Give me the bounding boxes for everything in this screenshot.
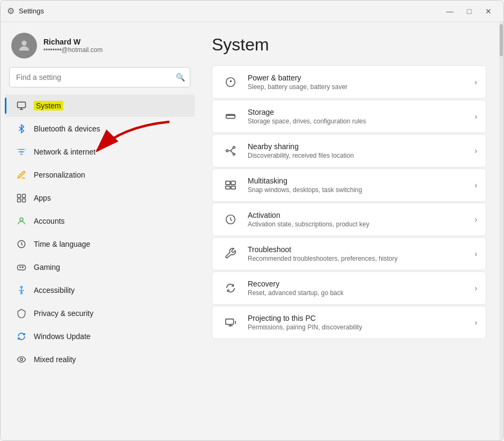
- mixed-reality-icon: [16, 354, 27, 365]
- settings-item-recovery[interactable]: RecoveryReset, advanced startup, go back…: [212, 271, 486, 305]
- nav-label-privacy: Privacy & security: [34, 309, 93, 318]
- sidebar-item-accessibility[interactable]: Accessibility: [5, 279, 195, 302]
- troubleshoot-subtitle: Recommended troubleshooters, preferences…: [248, 255, 475, 262]
- titlebar-left: ⚙ Settings: [7, 6, 44, 16]
- nearby-sharing-subtitle: Discoverability, received files location: [248, 152, 475, 159]
- settings-item-activation[interactable]: ActivationActivation state, subscription…: [212, 203, 486, 236]
- activation-chevron-icon: ›: [475, 215, 477, 224]
- svg-rect-5: [18, 199, 21, 202]
- sidebar-item-personalization[interactable]: Personalization: [5, 164, 195, 186]
- svg-point-2: [21, 151, 22, 152]
- multitasking-subtitle: Snap windows, desktops, task switching: [248, 186, 475, 194]
- activation-title: Activation: [248, 211, 475, 219]
- sidebar-item-network[interactable]: Network & internet: [5, 141, 195, 163]
- svg-rect-19: [226, 186, 230, 189]
- page-title: System: [212, 35, 486, 55]
- nav-list: SystemBluetooth & devicesNetwork & inter…: [1, 94, 199, 371]
- multitasking-text: MultitaskingSnap windows, desktops, task…: [248, 177, 475, 194]
- nav-label-windows-update: Windows Update: [34, 332, 91, 341]
- svg-point-10: [21, 286, 23, 288]
- power-battery-title: Power & battery: [248, 74, 475, 82]
- troubleshoot-text: TroubleshootRecommended troubleshooters,…: [248, 245, 475, 262]
- sidebar-item-mixed-reality[interactable]: Mixed reality: [5, 348, 195, 371]
- apps-icon: [16, 192, 27, 204]
- svg-rect-1: [18, 102, 26, 108]
- recovery-text: RecoveryReset, advanced startup, go back: [248, 280, 475, 297]
- search-icon: 🔍: [176, 73, 185, 82]
- projecting-text: Projecting to this PCPermissions, pairin…: [248, 314, 475, 331]
- settings-item-multitasking[interactable]: MultitaskingSnap windows, desktops, task…: [212, 168, 486, 202]
- windows-update-icon: [16, 330, 27, 342]
- bluetooth-icon: [16, 123, 27, 135]
- sidebar: Richard W ••••••••@hotmail.com 🔍 SystemB…: [1, 22, 199, 440]
- power-battery-text: Power & batterySleep, battery usage, bat…: [248, 74, 475, 91]
- search-input[interactable]: [9, 67, 190, 87]
- svg-point-15: [233, 146, 235, 149]
- minimize-button[interactable]: —: [441, 4, 458, 19]
- sidebar-item-apps[interactable]: Apps: [5, 187, 195, 209]
- user-email: ••••••••@hotmail.com: [43, 46, 102, 54]
- nav-label-bluetooth: Bluetooth & devices: [34, 124, 100, 133]
- troubleshoot-title: Troubleshoot: [248, 245, 475, 254]
- svg-rect-18: [231, 181, 235, 185]
- nav-label-personalization: Personalization: [34, 171, 85, 179]
- maximize-button[interactable]: □: [461, 4, 478, 19]
- search-box: 🔍: [9, 67, 190, 87]
- sidebar-item-bluetooth[interactable]: Bluetooth & devices: [5, 117, 195, 140]
- titlebar: ⚙ Settings — □ ✕: [1, 1, 503, 22]
- sidebar-item-gaming[interactable]: Gaming: [5, 256, 195, 278]
- settings-item-troubleshoot[interactable]: TroubleshootRecommended troubleshooters,…: [212, 237, 486, 270]
- storage-icon: [221, 107, 240, 126]
- nav-label-gaming: Gaming: [34, 263, 60, 271]
- settings-window: ⚙ Settings — □ ✕ Richard W ••••••••: [0, 0, 504, 441]
- svg-point-0: [21, 41, 26, 46]
- power-battery-chevron-icon: ›: [475, 78, 477, 86]
- nearby-sharing-title: Nearby sharing: [248, 142, 475, 151]
- settings-item-storage[interactable]: StorageStorage space, drives, configurat…: [212, 100, 486, 133]
- close-button[interactable]: ✕: [480, 4, 497, 19]
- nav-label-system: System: [34, 101, 63, 111]
- svg-point-16: [233, 153, 235, 156]
- settings-item-nearby-sharing[interactable]: Nearby sharingDiscoverability, received …: [212, 134, 486, 167]
- time-icon: [16, 238, 27, 250]
- svg-point-11: [20, 358, 23, 361]
- svg-rect-4: [23, 194, 26, 197]
- user-name: Richard W: [43, 38, 102, 46]
- svg-rect-9: [18, 265, 26, 270]
- gaming-icon: [16, 261, 27, 273]
- personalization-icon: [16, 169, 27, 181]
- multitasking-icon: [221, 175, 240, 195]
- power-battery-subtitle: Sleep, battery usage, battery saver: [248, 83, 475, 91]
- nav-label-apps: Apps: [34, 194, 51, 202]
- scrollbar-thumb[interactable]: [500, 24, 503, 56]
- user-section: Richard W ••••••••@hotmail.com: [1, 22, 199, 67]
- storage-title: Storage: [248, 108, 475, 116]
- storage-subtitle: Storage space, drives, configuration rul…: [248, 117, 475, 125]
- settings-list: Power & batterySleep, battery usage, bat…: [212, 65, 486, 339]
- nav-label-accounts: Accounts: [34, 217, 65, 225]
- nav-label-time: Time & language: [34, 240, 90, 248]
- window-content: Richard W ••••••••@hotmail.com 🔍 SystemB…: [1, 22, 503, 440]
- storage-text: StorageStorage space, drives, configurat…: [248, 108, 475, 125]
- svg-rect-17: [226, 181, 230, 185]
- recovery-title: Recovery: [248, 280, 475, 288]
- main-content: System Power & batterySleep, battery usa…: [199, 22, 499, 440]
- sidebar-item-windows-update[interactable]: Windows Update: [5, 325, 195, 348]
- projecting-title: Projecting to this PC: [248, 314, 475, 322]
- svg-rect-3: [18, 194, 21, 197]
- window-title: Settings: [19, 7, 44, 15]
- nav-label-mixed-reality: Mixed reality: [34, 355, 76, 364]
- sidebar-item-time[interactable]: Time & language: [5, 233, 195, 255]
- sidebar-item-system[interactable]: System: [5, 94, 195, 117]
- settings-item-projecting[interactable]: Projecting to this PCPermissions, pairin…: [212, 306, 486, 339]
- sidebar-item-accounts[interactable]: Accounts: [5, 210, 195, 232]
- scrollbar[interactable]: [499, 22, 503, 440]
- accounts-icon: [16, 215, 27, 227]
- sidebar-item-privacy[interactable]: Privacy & security: [5, 302, 195, 325]
- svg-point-14: [226, 150, 228, 152]
- activation-subtitle: Activation state, subscriptions, product…: [248, 220, 475, 228]
- activation-icon: [221, 210, 240, 229]
- projecting-subtitle: Permissions, pairing PIN, discoverabilit…: [248, 324, 475, 331]
- multitasking-chevron-icon: ›: [475, 181, 477, 189]
- settings-item-power-battery[interactable]: Power & batterySleep, battery usage, bat…: [212, 65, 486, 99]
